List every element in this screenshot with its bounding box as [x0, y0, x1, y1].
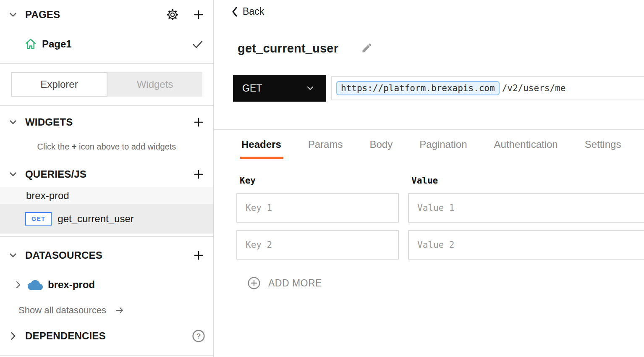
add-query-icon[interactable]	[191, 167, 206, 181]
request-config-tabs: Headers Params Body Pagination Authentic…	[241, 139, 644, 159]
tab-settings[interactable]: Settings	[585, 139, 621, 159]
pages-section-title: PAGES	[25, 9, 60, 21]
page-name: Page1	[42, 38, 72, 50]
datasources-section-header: DATASOURCES	[0, 246, 213, 265]
tab-pagination[interactable]: Pagination	[419, 139, 467, 159]
divider	[214, 129, 644, 130]
divider	[0, 105, 213, 106]
query-name: get_current_user	[58, 213, 134, 225]
cloud-icon	[28, 279, 43, 290]
check-icon	[191, 37, 205, 51]
chevron-down-icon[interactable]	[6, 248, 20, 262]
datasources-section-title: DATASOURCES	[25, 249, 102, 261]
divider	[0, 63, 213, 64]
plus-circle-icon	[247, 276, 261, 290]
explorer-widgets-switch: Explorer Widgets	[11, 72, 202, 97]
key-2-input[interactable]	[236, 230, 399, 260]
url-path: /v2/users/me	[502, 83, 566, 93]
value-column-header: Value	[408, 176, 438, 186]
add-datasource-icon[interactable]	[191, 248, 206, 262]
show-all-label: Show all datasources	[18, 305, 106, 316]
chevron-right-icon[interactable]	[11, 278, 25, 292]
add-widget-icon[interactable]	[191, 115, 206, 129]
request-url-row: GET https://platform.brexapis.com /v2/us…	[233, 75, 644, 102]
app-window: PAGES	[0, 0, 644, 357]
tab-body[interactable]: Body	[369, 139, 393, 159]
tab-params[interactable]: Params	[308, 139, 343, 159]
key-1-input[interactable]	[236, 193, 399, 223]
value-2-input[interactable]	[408, 230, 644, 260]
query-title: get_current_user	[238, 42, 338, 55]
chevron-down-icon[interactable]	[6, 8, 20, 22]
tab-authentication[interactable]: Authentication	[494, 139, 558, 159]
divider	[0, 355, 213, 356]
back-label: Back	[243, 6, 264, 17]
gear-icon[interactable]	[165, 8, 180, 22]
explorer-sidebar: PAGES	[0, 0, 214, 357]
query-group-brex-prod[interactable]: brex-prod	[0, 187, 213, 204]
header-row-2	[236, 230, 644, 260]
queries-section-title: QUERIES/JS	[25, 168, 86, 180]
tab-explorer[interactable]: Explorer	[11, 72, 107, 97]
query-title-row: get_current_user	[238, 42, 644, 55]
dependencies-section-header: DEPENDENCIES ?	[0, 327, 213, 345]
widgets-section-header: WIDGETS	[0, 113, 213, 132]
edit-name-icon[interactable]	[361, 42, 373, 55]
query-item-get-current-user[interactable]: GET get_current_user	[0, 204, 213, 234]
pages-section-header: PAGES	[0, 5, 213, 24]
chevron-down-icon	[305, 83, 315, 93]
back-button[interactable]: Back	[231, 6, 281, 17]
get-method-badge: GET	[25, 212, 52, 226]
add-more-label: ADD MORE	[268, 278, 322, 289]
url-input[interactable]: https://platform.brexapis.com /v2/users/…	[331, 76, 644, 100]
value-1-input[interactable]	[408, 193, 644, 223]
datasource-item-brex-prod[interactable]: brex-prod	[0, 276, 213, 293]
dependencies-section-title: DEPENDENCIES	[25, 330, 106, 342]
home-icon	[24, 37, 38, 51]
sidebar-item-page1[interactable]: Page1	[0, 34, 213, 54]
add-page-icon[interactable]	[191, 8, 206, 22]
chevron-right-icon[interactable]	[6, 329, 20, 343]
queries-section-header: QUERIES/JS	[0, 165, 213, 184]
chevron-left-icon	[231, 6, 238, 17]
headers-form: Key Value ADD MORE	[236, 176, 644, 290]
arrow-right-icon	[114, 305, 126, 315]
key-column-header: Key	[236, 176, 408, 186]
widgets-empty-hint: Click the + icon above to add widgets	[0, 141, 213, 152]
query-group-label: brex-prod	[26, 190, 69, 202]
query-editor-pane: Back get_current_user GET https://platfo…	[214, 0, 644, 357]
tab-headers[interactable]: Headers	[241, 139, 281, 159]
add-more-button[interactable]: ADD MORE	[247, 276, 344, 290]
divider	[0, 236, 213, 237]
chevron-down-icon[interactable]	[6, 115, 20, 129]
svg-text:?: ?	[196, 332, 201, 340]
help-icon[interactable]: ?	[191, 329, 206, 343]
http-method-value: GET	[242, 83, 262, 94]
widgets-section-title: WIDGETS	[25, 116, 73, 128]
tab-widgets[interactable]: Widgets	[107, 72, 202, 97]
url-base-highlight: https://platform.brexapis.com	[336, 81, 500, 95]
header-row-1	[236, 193, 644, 223]
datasource-name: brex-prod	[48, 279, 95, 291]
http-method-dropdown[interactable]: GET	[233, 75, 326, 102]
chevron-down-icon[interactable]	[6, 167, 20, 181]
show-all-datasources-link[interactable]: Show all datasources	[0, 305, 213, 316]
